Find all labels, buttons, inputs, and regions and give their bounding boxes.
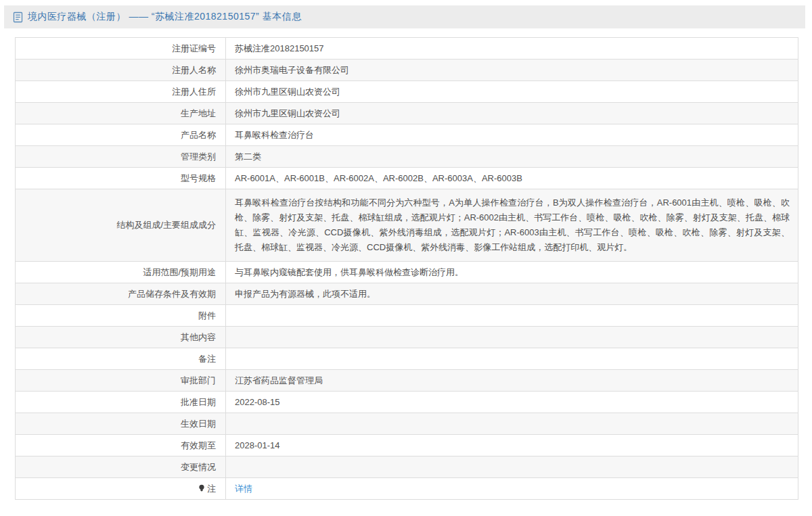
row-value [226,456,798,478]
row-label: 生效日期 [16,413,226,435]
row-value: 徐州市九里区铜山农资公司 [226,103,798,124]
row-value: 耳鼻喉科检查治疗台按结构和功能不同分为六种型号，A为单人操作检查治疗台，B为双人… [226,189,798,262]
table-row-composition: 结构及组成/主要组成成分 耳鼻喉科检查治疗台按结构和功能不同分为六种型号，A为单… [16,189,798,262]
table-row: 注册人名称 徐州市奥瑞电子设备有限公司 [16,60,798,81]
row-label: 附件 [16,305,226,327]
row-label: 型号规格 [16,168,226,189]
row-value: 江苏省药品监督管理局 [226,370,798,392]
row-value [226,413,798,435]
row-label: 产品储存条件及有效期 [16,283,226,305]
row-label: 结构及组成/主要组成成分 [16,189,226,262]
page: 境内医疗器械（注册） —— “苏械注准20182150157” 基本信息 注册证… [0,5,812,500]
row-value [226,327,798,348]
table-row: 生产地址 徐州市九里区铜山农资公司 [16,103,798,124]
table-row: 产品名称 耳鼻喉科检查治疗台 [16,124,798,146]
table-row: 注册人住所 徐州市九里区铜山农资公司 [16,81,798,103]
table-row: 型号规格 AR-6001A、AR-6001B、AR-6002A、AR-6002B… [16,168,798,189]
table-row: 附件 [16,305,798,327]
row-value: AR-6001A、AR-6001B、AR-6002A、AR-6002B、AR-6… [226,168,798,189]
row-label: 其他内容 [16,327,226,348]
row-value: 耳鼻喉科检查治疗台 [226,124,798,146]
row-label: 注册证编号 [16,38,226,60]
row-value: 2022-08-15 [226,392,798,413]
registration-info-table: 注册证编号 苏械注准20182150157 注册人名称 徐州市奥瑞电子设备有限公… [15,37,798,500]
table-row: 生效日期 [16,413,798,435]
row-value: 苏械注准20182150157 [226,38,798,60]
row-label: 注 [16,478,226,500]
row-label: 变更情况 [16,456,226,478]
table-row: 有效期至 2028-01-14 [16,435,798,456]
row-label: 管理类别 [16,146,226,168]
table-row: 审批部门 江苏省药品监督管理局 [16,370,798,392]
row-label: 注册人名称 [16,60,226,81]
row-value: 2028-01-14 [226,435,798,456]
table-row: 其他内容 [16,327,798,348]
row-value: 第二类 [226,146,798,168]
row-label: 生产地址 [16,103,226,124]
document-icon [13,11,23,23]
row-value [226,305,798,327]
table-row-note: 注 详情 [16,478,798,500]
table-row: 备注 [16,348,798,370]
row-label: 有效期至 [16,435,226,456]
row-value [226,348,798,370]
table-row: 变更情况 [16,456,798,478]
page-header: 境内医疗器械（注册） —— “苏械注准20182150157” 基本信息 [4,5,805,28]
table-row: 批准日期 2022-08-15 [16,392,798,413]
row-value: 徐州市九里区铜山农资公司 [226,81,798,103]
row-label: 注册人住所 [16,81,226,103]
bulb-icon [198,484,205,494]
row-value: 与耳鼻喉内窥镜配套使用，供耳鼻喉科做检查诊断治疗用。 [226,262,798,283]
row-label: 审批部门 [16,370,226,392]
table-row: 管理类别 第二类 [16,146,798,168]
row-value: 徐州市奥瑞电子设备有限公司 [226,60,798,81]
note-label: 注 [207,484,216,494]
details-link[interactable]: 详情 [235,484,252,494]
row-label: 批准日期 [16,392,226,413]
row-label: 产品名称 [16,124,226,146]
row-value: 详情 [226,478,798,500]
table-row: 适用范围/预期用途 与耳鼻喉内窥镜配套使用，供耳鼻喉科做检查诊断治疗用。 [16,262,798,283]
row-value: 申报产品为有源器械，此项不适用。 [226,283,798,305]
row-label: 备注 [16,348,226,370]
table-row: 产品储存条件及有效期 申报产品为有源器械，此项不适用。 [16,283,798,305]
page-title: 境内医疗器械（注册） —— “苏械注准20182150157” 基本信息 [28,11,302,23]
table-row: 注册证编号 苏械注准20182150157 [16,38,798,60]
row-label: 适用范围/预期用途 [16,262,226,283]
